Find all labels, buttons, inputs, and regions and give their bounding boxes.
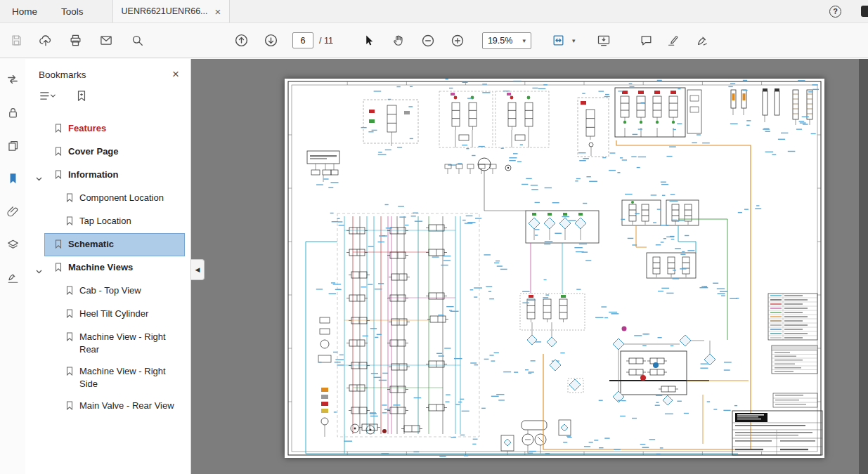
signatures-icon[interactable] bbox=[4, 268, 22, 287]
bookmarks-panel-title: Bookmarks bbox=[39, 70, 86, 80]
menu-home[interactable]: Home bbox=[0, 0, 49, 22]
bookmark-item-label: Machine Views bbox=[68, 261, 133, 274]
expand-current-bookmark-icon[interactable] bbox=[76, 90, 87, 105]
bookmark-icon bbox=[65, 192, 74, 205]
zoom-level-select[interactable]: 19.5% ▾ bbox=[482, 32, 531, 49]
bookmark-item-label: Heel Tilt Cylinder bbox=[79, 308, 148, 320]
bookmark-icon bbox=[54, 169, 63, 182]
bookmark-item-label: Schematic bbox=[68, 238, 114, 251]
bookmark-item-label: Features bbox=[68, 122, 106, 135]
save-button[interactable] bbox=[4, 29, 28, 53]
navigation-rail bbox=[0, 59, 25, 474]
fill-sign-button[interactable] bbox=[690, 29, 714, 53]
bookmark-icon bbox=[54, 239, 63, 251]
lock-icon[interactable] bbox=[4, 103, 22, 121]
bookmark-item-machine-view-right-side[interactable]: Machine View - Right Side bbox=[25, 360, 190, 395]
chevron-down-icon[interactable]: ▾ bbox=[572, 37, 576, 44]
menu-bar: Home Tools UENR6621UENR66... × ? bbox=[0, 0, 868, 23]
close-icon[interactable]: × bbox=[172, 67, 179, 81]
bookmark-item-label: Component Location bbox=[79, 192, 164, 204]
document-canvas[interactable] bbox=[191, 59, 868, 474]
previous-page-button[interactable] bbox=[229, 29, 253, 53]
pdf-viewer-window: Home Tools UENR6621UENR66... × ? bbox=[0, 0, 868, 474]
zoom-level-value: 19.5% bbox=[488, 36, 512, 46]
bookmark-item-tap-location[interactable]: Tap Location bbox=[25, 210, 190, 233]
select-tool-button[interactable] bbox=[357, 29, 381, 53]
bookmark-item-schematic[interactable]: Schematic bbox=[44, 233, 185, 256]
bookmark-icon bbox=[65, 400, 74, 413]
bookmarks-panel: Bookmarks × Features Cover Page bbox=[25, 59, 191, 474]
document-tab[interactable]: UENR6621UENR66... × bbox=[112, 0, 231, 22]
bookmark-item-label: Information bbox=[68, 169, 119, 181]
bookmarks-icon[interactable] bbox=[4, 169, 22, 187]
bookmark-item-heel-tilt-cylinder[interactable]: Heel Tilt Cylinder bbox=[25, 303, 190, 326]
bookmark-icon bbox=[54, 146, 63, 159]
schematic-page[interactable] bbox=[285, 79, 824, 458]
bookmark-icon bbox=[65, 285, 74, 298]
page-number-input[interactable] bbox=[292, 32, 313, 48]
highlight-button[interactable] bbox=[661, 29, 685, 53]
bookmark-item-machine-view-right-rear[interactable]: Machine View - Right Rear bbox=[25, 326, 190, 360]
bookmark-icon bbox=[65, 331, 74, 344]
help-icon[interactable]: ? bbox=[829, 6, 841, 18]
bell-icon[interactable] bbox=[861, 6, 868, 17]
chevron-down-icon: ▾ bbox=[522, 37, 526, 44]
hydraulic-schematic-drawing bbox=[285, 79, 824, 458]
attachments-icon[interactable] bbox=[4, 202, 22, 220]
search-icon[interactable] bbox=[125, 29, 149, 53]
bookmark-item-component-location[interactable]: Component Location bbox=[25, 187, 190, 210]
bookmark-item-cab-top-view[interactable]: Cab - Top View bbox=[25, 279, 190, 303]
bookmark-item-label: Machine View - Right Side bbox=[79, 365, 183, 390]
hand-tool-button[interactable] bbox=[387, 29, 410, 53]
menu-tools[interactable]: Tools bbox=[49, 0, 96, 22]
page-count-label: / 11 bbox=[319, 36, 333, 46]
bookmark-item-label: Main Valve - Rear View bbox=[79, 400, 174, 412]
presentation-mode-button[interactable] bbox=[592, 29, 616, 53]
bookmark-icon bbox=[54, 123, 63, 136]
toolbar: / 11 19.5% ▾ ▾ bbox=[0, 23, 868, 58]
next-page-button[interactable] bbox=[259, 29, 283, 53]
bookmark-item-cover-page[interactable]: Cover Page bbox=[25, 140, 190, 164]
page-thumbnails-icon[interactable] bbox=[4, 136, 22, 154]
bookmark-item-features[interactable]: Features bbox=[25, 117, 190, 140]
collapse-panel-button[interactable]: ◀ bbox=[191, 259, 205, 280]
bookmark-item-label: Cab - Top View bbox=[79, 284, 141, 297]
export-icon[interactable] bbox=[4, 70, 22, 88]
bookmark-options-icon[interactable] bbox=[39, 91, 56, 104]
chevron-down-icon[interactable] bbox=[36, 171, 42, 184]
chevron-down-icon[interactable] bbox=[36, 264, 42, 277]
zoom-out-button[interactable] bbox=[416, 29, 440, 53]
bookmark-icon bbox=[54, 262, 63, 275]
bookmark-icon bbox=[65, 308, 74, 321]
bookmark-item-main-valve-rear-view[interactable]: Main Valve - Rear View bbox=[25, 395, 190, 418]
document-tab-close-icon[interactable]: × bbox=[215, 6, 221, 17]
share-file-button[interactable] bbox=[34, 29, 58, 53]
bookmark-item-machine-views[interactable]: Machine Views bbox=[25, 256, 190, 279]
layers-icon[interactable] bbox=[4, 235, 22, 254]
bookmark-item-label: Tap Location bbox=[79, 215, 131, 228]
bookmark-icon bbox=[65, 216, 74, 228]
vertical-scrollbar[interactable] bbox=[859, 59, 868, 474]
bookmark-item-information[interactable]: Information bbox=[25, 164, 190, 187]
page-fit-button[interactable] bbox=[547, 29, 571, 53]
print-button[interactable] bbox=[63, 29, 87, 53]
bookmark-item-label: Machine View - Right Rear bbox=[79, 331, 183, 355]
zoom-in-button[interactable] bbox=[446, 29, 469, 53]
bookmark-item-label: Cover Page bbox=[68, 145, 119, 158]
email-button[interactable] bbox=[94, 29, 118, 53]
document-tab-label: UENR6621UENR66... bbox=[122, 6, 208, 16]
bookmarks-tree: Features Cover Page Information Componen… bbox=[25, 113, 190, 418]
comment-button[interactable] bbox=[634, 29, 658, 53]
bookmark-icon bbox=[65, 366, 74, 378]
